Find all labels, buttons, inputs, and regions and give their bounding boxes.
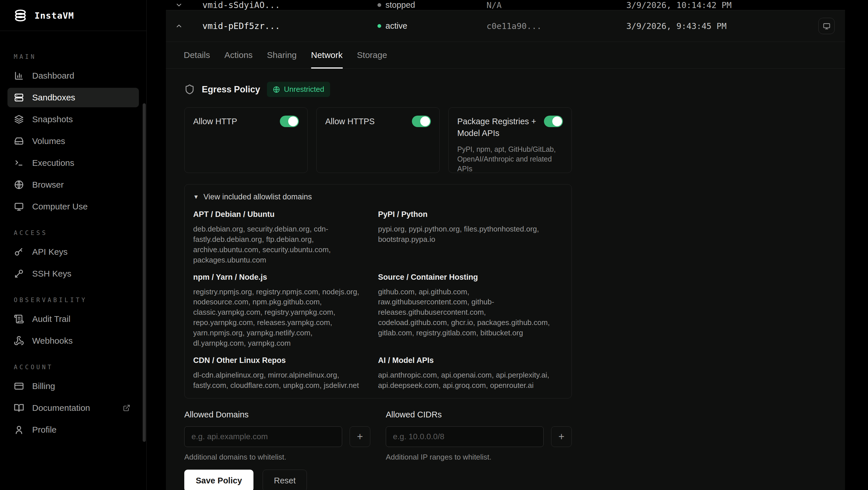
allow-https-toggle[interactable] — [412, 116, 431, 127]
tab-details[interactable]: Details — [184, 42, 210, 68]
instavm-logo-icon — [13, 8, 28, 23]
scroll-text-icon — [14, 314, 24, 324]
allowed-cidrs-group: Allowed CIDRs + Additional IP ranges to … — [386, 410, 572, 462]
allowlist-group-pypi: PyPI / Python pypi.org, pypi.python.org,… — [378, 210, 563, 265]
shield-icon — [184, 84, 195, 95]
sidebar-item-documentation[interactable]: Documentation — [7, 398, 139, 418]
allowlist-summary-label: View included allowlist domains — [204, 193, 312, 201]
allowed-domains-helper: Additional domains to whitelist. — [184, 453, 370, 462]
allow-http-card: Allow HTTP — [184, 107, 308, 173]
reset-button[interactable]: Reset — [262, 470, 307, 490]
sidebar-item-label: Billing — [32, 381, 55, 391]
egress-toggle-cards: Allow HTTP Allow HTTPS Package Registrie… — [184, 107, 827, 173]
vm-uuid: c0e11a90... — [487, 21, 626, 31]
sidebar-item-browser[interactable]: Browser — [7, 175, 139, 195]
package-registries-card: Package Registries + Model APIs PyPI, np… — [448, 107, 572, 173]
add-domain-button[interactable]: + — [350, 426, 370, 447]
nav-section-account: ACCOUNT — [14, 364, 139, 371]
sidebar-item-billing[interactable]: Billing — [7, 377, 139, 396]
sidebar-item-label: Snapshots — [32, 115, 73, 124]
sidebar-item-label: Sandboxes — [32, 93, 75, 102]
nav-section-observability: OBSERVABILITY — [14, 297, 139, 303]
globe-icon — [14, 179, 24, 190]
group-title: CDN / Other Linux Repos — [193, 356, 378, 365]
group-title: Source / Container Hosting — [378, 273, 563, 282]
toggle-label: Package Registries + Model APIs — [457, 116, 539, 139]
vm-id: vmid-pEDf5zr... — [203, 21, 377, 31]
chevron-down-icon[interactable] — [166, 1, 203, 9]
vm-status: stopped — [377, 0, 487, 10]
sidebar-item-label: Executions — [32, 158, 74, 168]
allowed-domains-input[interactable] — [184, 426, 342, 447]
allowlist-summary-toggle[interactable]: ▼ View included allowlist domains — [193, 193, 563, 201]
badge-label: Unrestricted — [284, 85, 324, 94]
toggle-label: Allow HTTP — [193, 116, 237, 127]
allow-http-toggle[interactable] — [280, 116, 299, 127]
tab-network[interactable]: Network — [311, 42, 343, 68]
group-domains: api.anthropic.com, api.openai.com, api.p… — [378, 370, 563, 391]
book-open-icon — [14, 403, 24, 413]
group-domains: pypi.org, pypi.python.org, files.pythonh… — [378, 224, 563, 245]
terminal-icon — [14, 158, 24, 168]
save-policy-button[interactable]: Save Policy — [184, 470, 253, 490]
allowed-cidrs-input[interactable] — [386, 426, 544, 447]
allowlist-group-apt: APT / Debian / Ubuntu deb.debian.org, se… — [193, 210, 378, 265]
sidebar-item-ssh-keys[interactable]: SSH Keys — [7, 264, 139, 284]
vm-id: vmid-sSdyiAO... — [203, 0, 377, 10]
add-cidr-button[interactable]: + — [551, 426, 572, 447]
group-title: npm / Yarn / Node.js — [193, 273, 378, 282]
sidebar-item-api-keys[interactable]: API Keys — [7, 242, 139, 262]
sidebar-item-snapshots[interactable]: Snapshots — [7, 109, 139, 129]
group-domains: deb.debian.org, security.debian.org, cdn… — [193, 224, 378, 265]
vm-created-date: 3/9/2026, 10:14:42 PM — [626, 0, 845, 10]
globe-icon — [273, 86, 280, 93]
sidebar-item-audit-trail[interactable]: Audit Trail — [7, 309, 139, 329]
sandboxes-table: vmid-sSdyiAO... stopped N/A 3/9/2026, 10… — [147, 0, 868, 490]
tab-storage[interactable]: Storage — [357, 42, 387, 68]
egress-policy-title: Egress Policy — [202, 84, 260, 95]
sidebar-item-dashboard[interactable]: Dashboard — [7, 66, 139, 86]
sidebar-item-label: Webhooks — [32, 336, 73, 346]
status-label: active — [385, 21, 407, 31]
allow-https-card: Allow HTTPS — [316, 107, 440, 173]
status-dot-icon — [377, 3, 381, 7]
open-console-button[interactable] — [818, 18, 835, 34]
app-root: InstaVM MAIN Dashboard Sandboxes Snapsho… — [0, 0, 868, 490]
group-domains: registry.npmjs.org, registry.npmjs.com, … — [193, 287, 378, 349]
package-registries-toggle[interactable] — [544, 116, 563, 127]
toggle-description: PyPI, npm, apt, GitHub/GitLab, OpenAI/An… — [457, 144, 558, 173]
sidebar-item-executions[interactable]: Executions — [7, 153, 139, 173]
vm-row[interactable]: vmid-sSdyiAO... stopped N/A 3/9/2026, 10… — [166, 0, 845, 10]
nav-section-access: ACCESS — [14, 229, 139, 236]
status-dot-icon — [377, 24, 381, 28]
sidebar-item-computer-use[interactable]: Computer Use — [7, 197, 139, 216]
credit-card-icon — [14, 381, 24, 391]
allowlist-groups: APT / Debian / Ubuntu deb.debian.org, se… — [193, 210, 563, 391]
sidebar-item-profile[interactable]: Profile — [7, 420, 139, 439]
chevron-up-icon[interactable] — [166, 22, 203, 30]
sidebar-item-webhooks[interactable]: Webhooks — [7, 331, 139, 351]
allowed-domains-group: Allowed Domains + Additional domains to … — [184, 410, 370, 462]
chart-column-icon — [14, 71, 24, 81]
sidebar-item-label: Browser — [32, 180, 64, 190]
monitor-icon — [823, 22, 831, 30]
key-round-icon — [14, 247, 24, 257]
allowlist-group-npm: npm / Yarn / Node.js registry.npmjs.org,… — [193, 273, 378, 349]
monitor-icon — [14, 201, 24, 212]
vm-status: active — [377, 21, 487, 31]
allowlist-group-cdn: CDN / Other Linux Repos dl-cdn.alpinelin… — [193, 356, 378, 391]
sidebar-scrollbar-thumb[interactable] — [143, 103, 146, 442]
tab-sharing[interactable]: Sharing — [267, 42, 297, 68]
user-icon — [14, 425, 24, 435]
network-panel: Egress Policy Unrestricted Allow HTTP — [166, 69, 845, 490]
tab-actions[interactable]: Actions — [224, 42, 253, 68]
vm-detail-tabs: Details Actions Sharing Network Storage — [166, 42, 845, 69]
layers-icon — [14, 114, 24, 125]
sidebar-item-volumes[interactable]: Volumes — [7, 131, 139, 151]
sidebar-item-label: Profile — [32, 425, 57, 435]
vm-row[interactable]: vmid-pEDf5zr... active c0e11a90... 3/9/2… — [166, 10, 845, 42]
sidebar-item-label: API Keys — [32, 247, 67, 257]
caret-down-icon: ▼ — [193, 194, 199, 200]
group-domains: github.com, api.github.com, raw.githubus… — [378, 287, 563, 338]
sidebar-item-sandboxes[interactable]: Sandboxes — [7, 88, 139, 107]
